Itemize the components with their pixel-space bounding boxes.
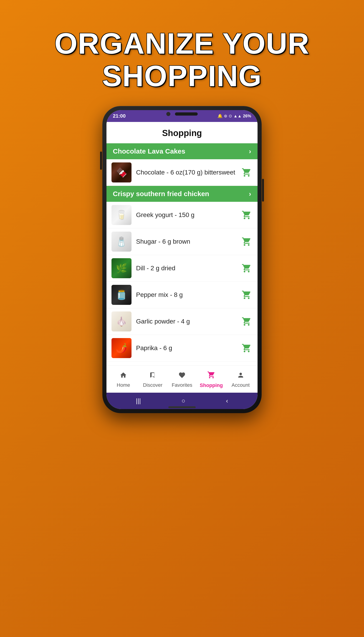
nav-item-shopping[interactable]: Shopping [196, 371, 226, 388]
category-label-chocolate-lava: Chocolate Lava Cakes [113, 148, 185, 155]
shopping-list: Chocolate Lava Cakes › Chocolate - 6 oz(… [106, 143, 258, 365]
back-button[interactable]: ‹ [226, 397, 228, 404]
account-icon [237, 371, 244, 381]
cart-icon-sugar[interactable] [241, 236, 252, 246]
app-title: Shopping [111, 128, 253, 138]
nav-item-favorites[interactable]: Favorites [168, 371, 197, 388]
battery-indicator: 26% [243, 114, 251, 118]
category-row-fried-chicken[interactable]: Crispy southern fried chicken › [106, 186, 258, 202]
phone-screen: 21:00 🔔 ⊛ ⊙ ▲▲ 26% Shopping Chocolate La… [106, 110, 258, 409]
item-row-chocolate: Chocolate - 6 oz(170 g) bittersweet [106, 159, 258, 186]
status-time: 21:00 [113, 113, 126, 119]
app-header: Shopping [106, 122, 258, 143]
cart-icon-yogurt[interactable] [241, 210, 252, 220]
nav-label-home: Home [117, 382, 130, 388]
cart-icon-dill[interactable] [241, 263, 252, 273]
nav-label-account: Account [232, 382, 250, 388]
bluetooth-icon: ⊛ [224, 114, 227, 118]
nav-label-shopping: Shopping [200, 382, 223, 388]
item-row-garlic: Garlic powder - 4 g [106, 308, 258, 335]
phone-top-hardware [166, 112, 198, 116]
recent-apps-button[interactable]: ||| [136, 397, 141, 404]
item-row-pepper: Pepper mix - 8 g [106, 282, 258, 308]
item-image-yogurt [112, 205, 132, 225]
shopping-icon [207, 371, 216, 381]
item-row-sugar: Shugar - 6 g brown [106, 228, 258, 255]
item-name-paprika: Paprika - 6 g [136, 344, 241, 352]
headline: ORGANIZE YOUR SHOPPING [18, 14, 346, 92]
category-label-fried-chicken: Crispy southern fried chicken [113, 190, 209, 198]
home-hardware-button[interactable]: ○ [182, 397, 186, 404]
item-row-dill: Dill - 2 g dried [106, 255, 258, 282]
home-icon [120, 371, 127, 381]
item-image-paprika [112, 338, 132, 358]
status-icons: 🔔 ⊛ ⊙ ▲▲ 26% [218, 114, 251, 118]
nav-item-account[interactable]: Account [226, 371, 255, 388]
nav-item-discover[interactable]: Discover [138, 371, 168, 388]
item-name-dill: Dill - 2 g dried [136, 264, 241, 272]
item-name-garlic: Garlic powder - 4 g [136, 317, 241, 326]
item-name-yogurt: Greek yogurt - 150 g [136, 211, 241, 219]
signal-icon: ▲▲ [234, 114, 242, 118]
chevron-right-icon-2: › [249, 190, 251, 198]
cart-icon-pepper[interactable] [241, 290, 252, 300]
headline-line1: ORGANIZE YOUR [54, 27, 310, 60]
alarm-icon: 🔔 [218, 114, 222, 118]
front-camera [166, 112, 170, 116]
volume-down-button[interactable] [100, 152, 102, 170]
item-image-sugar [112, 232, 132, 252]
item-image-garlic [112, 312, 132, 332]
nav-item-home[interactable]: Home [109, 371, 138, 388]
favorites-icon [178, 371, 186, 381]
discover-icon [149, 371, 156, 381]
speaker-grille [175, 112, 198, 116]
item-row-yogurt: Greek yogurt - 150 g [106, 202, 258, 228]
item-name-pepper: Pepper mix - 8 g [136, 291, 241, 299]
power-button[interactable] [262, 179, 264, 202]
nav-label-favorites: Favorites [172, 382, 192, 388]
item-image-pepper [112, 285, 132, 305]
home-indicator[interactable] [168, 406, 196, 408]
headline-line2: SHOPPING [102, 60, 262, 92]
item-image-chocolate [112, 162, 132, 182]
item-name-chocolate: Chocolate - 6 oz(170 g) bittersweet [136, 168, 241, 176]
bottom-nav: Home Discover Favorites [106, 365, 258, 393]
phone-device: 21:00 🔔 ⊛ ⊙ ▲▲ 26% Shopping Chocolate La… [102, 106, 262, 413]
category-row-chocolate-lava[interactable]: Chocolate Lava Cakes › [106, 143, 258, 159]
wifi-icon: ⊙ [229, 114, 232, 118]
cart-icon-chocolate[interactable] [241, 168, 252, 178]
nav-label-discover: Discover [143, 382, 162, 388]
item-name-sugar: Shugar - 6 g brown [136, 238, 241, 246]
cart-icon-paprika[interactable] [241, 343, 252, 353]
chevron-right-icon: › [249, 148, 251, 155]
headline-text: ORGANIZE YOUR SHOPPING [36, 27, 328, 92]
cart-icon-garlic[interactable] [241, 316, 252, 326]
item-row-paprika: Paprika - 6 g [106, 335, 258, 362]
item-image-dill [112, 258, 132, 278]
